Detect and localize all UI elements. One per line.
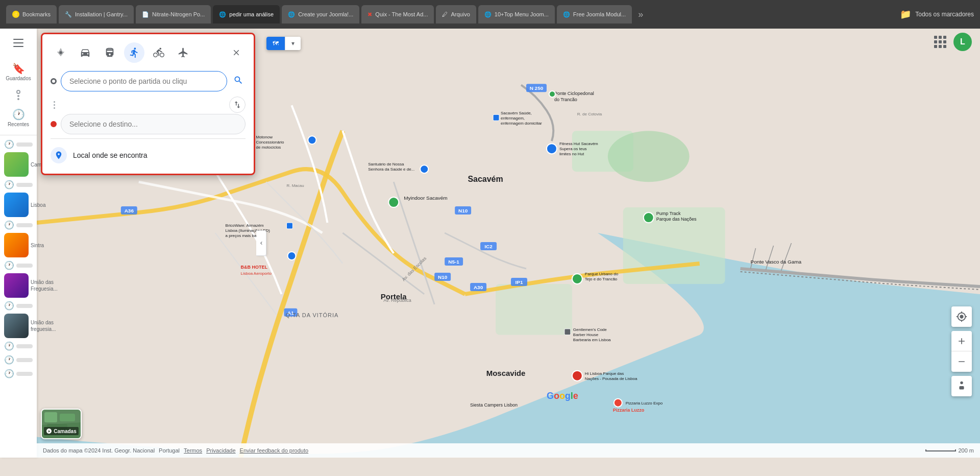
sintra-label: Sintra [31,242,44,249]
sidebar-thumbnail-camarate[interactable]: Camarate [0,151,37,178]
thumb-lisboa [4,193,29,217]
history-item-7[interactable]: 🕐 [0,367,37,380]
tab-joomla1[interactable]: 🌐 Create your Joomla!... [282,5,359,23]
app-container: 🔖 Guardados 🕐 Recentes 🕐 Camarate [0,29,980,458]
svg-text:Pizzaria Luzzo: Pizzaria Luzzo [613,408,645,413]
tab-bookmarks[interactable]: ⭐ Bookmarks [6,5,57,23]
origin-dot [51,78,57,84]
history-item-4[interactable]: 🕐 [0,299,37,313]
svg-text:Senhora da Saúde e de...: Senhora da Saúde e de... [368,167,414,172]
apps-dot-4 [934,40,937,43]
destination-search-input[interactable] [61,114,246,134]
sidebar-item-recents[interactable]: 🕐 Recentes [3,104,34,132]
google-apps-button[interactable] [931,33,949,51]
locate-me-button[interactable] [951,306,972,327]
tab-quix[interactable]: ✖ Quix - The Most Ad... [361,5,434,23]
transport-transit-button[interactable] [100,42,120,63]
location-suggestion-item[interactable]: Local onde se encontra [51,141,246,165]
svg-point-29 [388,197,399,207]
hamburger-menu-button[interactable] [8,33,29,53]
svg-point-66 [308,136,316,144]
history-bar-4 [16,304,33,308]
svg-text:Q.TA DA VITÓRIA: Q.TA DA VITÓRIA [286,312,339,318]
map-type-dropdown-button[interactable]: ▾ [285,37,301,50]
footer-terms-link[interactable]: Termos [184,447,202,454]
transport-car-button[interactable] [75,42,95,63]
bookmark-folder-icon[interactable]: 📁 [900,9,911,20]
history-item-5[interactable]: 🕐 [0,339,37,353]
browser-bar: ⭐ Bookmarks 🔧 Installation | Gantry... 📄… [0,0,980,29]
collapse-panel-button[interactable] [256,230,266,256]
apps-dot-3 [943,36,946,39]
sidebar-thumbnail-uniao2[interactable]: União das freguesia... [0,313,37,339]
swap-origin-destination-button[interactable] [229,97,246,113]
tab-pedir[interactable]: 🌐 pedir uma análise [213,5,280,23]
user-avatar-button[interactable]: L [953,33,972,51]
sidebar-item-saved[interactable]: 🔖 Guardados [3,58,34,86]
map-type-controls: 🗺 ▾ [266,37,301,50]
history-item-camarate[interactable]: 🕐 [0,137,37,151]
history-item-3[interactable]: 🕐 [0,258,37,272]
lisboa-label: Lisboa [31,202,45,208]
svg-text:Pizzaria Luzzo Expo: Pizzaria Luzzo Expo [626,401,663,406]
sidebar-thumbnail-lisboa[interactable]: Lisboa [0,192,37,218]
more-tabs-button[interactable]: » [634,9,647,20]
svg-text:R. Macau: R. Macau [286,183,304,188]
svg-point-80 [59,51,62,54]
zoom-in-button[interactable] [951,331,972,351]
all-bookmarks-link[interactable]: Todos os marcadores [915,11,974,18]
transport-flight-button[interactable] [173,42,193,63]
close-directions-button[interactable] [227,43,246,62]
svg-rect-48 [565,329,571,335]
hamburger-line-3 [13,46,23,47]
tab-topmenu[interactable]: 🌐 10+Top Menu Joom... [478,5,555,23]
thumb-camarate [4,152,29,177]
transport-bike-button[interactable] [149,42,169,63]
transport-best-route-button[interactable] [51,42,71,63]
map-controls-bottom-right [951,306,972,396]
connector-dot-1 [54,101,55,103]
street-view-button[interactable] [951,376,972,396]
svg-text:Parque das Nações: Parque das Nações [656,217,697,222]
history-item-6[interactable]: 🕐 [0,353,37,367]
tab-freejoomla[interactable]: 🌐 Free Joomla Modul... [557,5,632,23]
map-container[interactable]: A36 A1 A30 N10 N 250 N10 IC2 IP1 N5-1 [37,29,980,458]
svg-text:Sacavém Saúde,: Sacavém Saúde, [501,111,532,115]
svg-rect-62 [493,114,499,121]
recents-label: Recentes [8,122,29,128]
connector-dot-2 [54,104,55,106]
tab-installation[interactable]: 🔧 Installation | Gantry... [59,5,134,23]
history-bar-5 [16,344,33,348]
history-item-1[interactable]: 🕐 [0,178,37,192]
sidebar-thumbnail-uniao1[interactable]: União das Freguesia... [0,272,37,299]
sidebar-thumbnail-sintra[interactable]: Sintra [0,232,37,258]
origin-search-input[interactable] [61,71,227,91]
thumb-uniao1 [4,273,29,298]
history-item-2[interactable]: 🕐 [0,218,37,232]
history-bar-2 [16,223,33,227]
clock-icon-camarate: 🕐 [4,139,14,149]
tab-arquivo[interactable]: 🖊 Arquivo [436,5,476,23]
svg-text:Moscavide: Moscavide [486,369,526,377]
clock-icon-1: 🕐 [4,180,14,189]
search-divider [51,138,246,139]
layers-tile-button[interactable]: Camadas [41,409,82,439]
svg-text:N 250: N 250 [530,85,544,91]
footer-feedback-link[interactable]: Enviar feedback do produto [240,447,309,454]
svg-text:Siesta Campers Lisbon: Siesta Campers Lisbon [470,402,518,408]
tab-nitrate[interactable]: 📄 Nitrate-Nitrogen Po... [136,5,211,23]
svg-point-41 [547,144,557,154]
hamburger-line-2 [13,42,23,43]
svg-text:IP1: IP1 [515,279,523,285]
map-country: Portugal [159,447,180,454]
search-button[interactable] [231,73,246,90]
apps-dot-2 [939,36,942,39]
clock-icon-3: 🕐 [4,260,14,270]
footer-privacy-link[interactable]: Privacidade [206,447,235,454]
zoom-out-button[interactable] [951,351,972,372]
map-type-default-button[interactable]: 🗺 [266,37,285,50]
map-footer: Dados do mapa ©2024 Inst. Geogr. Naciona… [37,443,980,458]
transport-walk-button[interactable] [124,42,144,63]
layers-tile-container: Camadas [41,409,82,439]
history-bar-camarate [16,142,33,147]
